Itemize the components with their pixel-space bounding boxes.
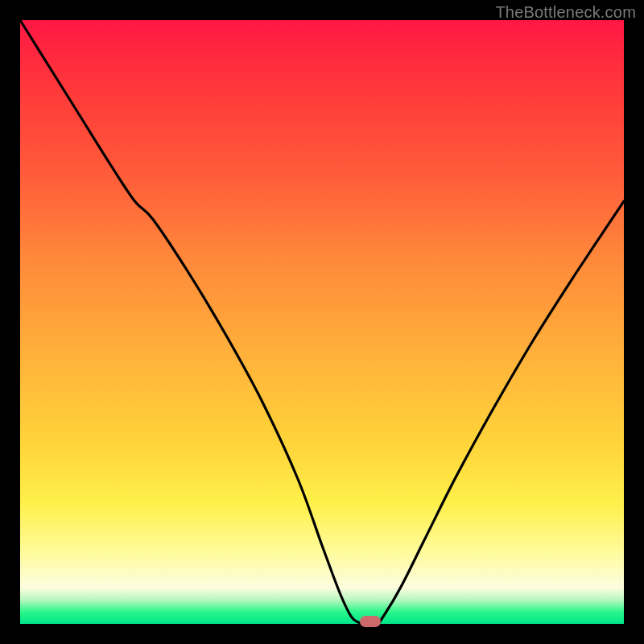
- chart-frame: TheBottleneck.com: [0, 0, 644, 644]
- bottleneck-curve: [20, 20, 624, 624]
- optimum-marker: [360, 616, 381, 627]
- plot-area: [20, 20, 624, 624]
- curve-path: [20, 20, 624, 625]
- watermark-text: TheBottleneck.com: [495, 3, 636, 22]
